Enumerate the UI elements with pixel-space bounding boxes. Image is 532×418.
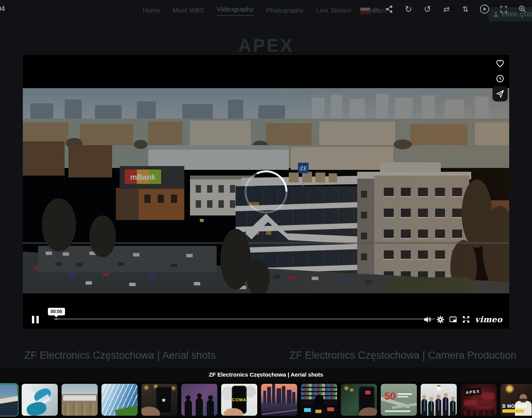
thumbnail-phone-star-app[interactable]: ★ (141, 384, 177, 416)
screen: Home Meet WBS Videography Photography Li… (0, 0, 532, 418)
caption-text: ZF Electronics Częstochowa | Aerial shot… (209, 371, 323, 378)
thumbnail-zf-sign-building[interactable]: ZF (0, 384, 18, 416)
thumbnail-phone-coma-app[interactable]: COMA (221, 384, 257, 416)
anniversary-50-label: 50 (385, 391, 396, 402)
thumbnail-anniversary-aerial[interactable]: 50 (381, 384, 417, 416)
slideshow-play-icon[interactable] (477, 2, 492, 17)
timeline-scrubber[interactable] (54, 318, 435, 320)
thumbnail-phone-app-green[interactable] (341, 384, 377, 416)
apex-label: APEX (466, 389, 480, 395)
thumbnail-broadcast-control-room[interactable] (301, 384, 337, 416)
settings-gear-icon[interactable] (436, 315, 445, 324)
share-icon[interactable] (382, 2, 397, 17)
timeline-progress (54, 318, 58, 320)
thumbnail-gloved-hands-part[interactable] (22, 384, 58, 416)
flip-horizontal-icon[interactable]: ⇄ (439, 2, 454, 17)
lightbox: 04 ↻ ↺ ⇄ ⇅ (0, 0, 532, 418)
rotate-left-icon[interactable]: ↺ (420, 2, 435, 17)
pause-button[interactable] (32, 316, 42, 323)
fullscreen-icon[interactable] (496, 2, 511, 17)
zoom-in-icon[interactable] (515, 2, 530, 17)
thumbnail-court-robes-group[interactable] (421, 384, 457, 416)
vimeo-logo[interactable]: vimeo (475, 315, 502, 324)
thumbnail-glass-facade[interactable] (101, 384, 138, 416)
volume-icon[interactable] (423, 315, 432, 324)
moskin-label: B MOSKIN (502, 404, 527, 409)
lightbox-counter: 04 (0, 5, 5, 13)
thumbnail-presenter-moskin[interactable]: B MOSKIN (500, 384, 532, 416)
watch-later-clock-icon[interactable] (492, 71, 508, 86)
thumbnail-construction-aerial[interactable] (62, 384, 98, 416)
loading-spinner (243, 169, 289, 215)
player-controls: 00:00 vimeo (23, 306, 509, 329)
thumbnail-warsaw-skyline[interactable] (261, 384, 297, 416)
thumbnail-apex-esports[interactable]: APEX (461, 384, 497, 416)
moskin-tag (502, 409, 524, 413)
vimeo-player[interactable]: mBank (23, 55, 509, 329)
picture-in-picture-icon[interactable] (449, 315, 458, 324)
share-plane-icon[interactable] (492, 86, 508, 101)
star-icon: ★ (161, 397, 166, 404)
rotate-right-icon[interactable]: ↻ (401, 2, 416, 17)
like-heart-icon[interactable] (492, 56, 508, 71)
time-tooltip: 00:00 (48, 308, 65, 315)
player-fullscreen-icon[interactable] (462, 315, 470, 324)
caption-bar: ZF Electronics Częstochowa | Aerial shot… (0, 367, 532, 382)
coma-label: COMA (232, 397, 247, 402)
flip-vertical-icon[interactable]: ⇅ (458, 2, 473, 17)
lightbox-toolbar: ↻ ↺ ⇄ ⇅ (382, 2, 530, 17)
thumbnail-strip: ZF ★ COMA (0, 382, 532, 418)
vimeo-side-actions (492, 56, 508, 101)
eagle-emblem (437, 385, 440, 390)
thumbnail-band-silhouettes[interactable] (181, 384, 217, 416)
